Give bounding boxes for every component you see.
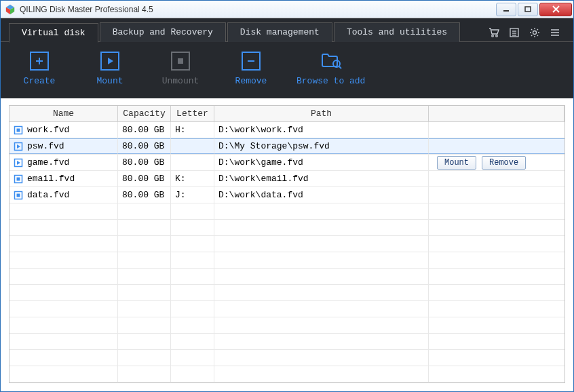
cell-actions <box>429 187 565 203</box>
svg-point-14 <box>533 31 537 34</box>
disk-icon <box>14 191 23 200</box>
cell-actions <box>429 138 565 154</box>
tab-backup-and-recovery[interactable]: Backup and Recovery <box>100 22 226 42</box>
cell-path: D:\work\game.fvd <box>214 155 429 170</box>
menu-icon[interactable] <box>549 26 561 39</box>
empty-row <box>9 285 565 301</box>
empty-row <box>9 203 565 220</box>
col-header-capacity[interactable]: Capacity <box>118 106 171 121</box>
cart-icon[interactable] <box>488 26 500 39</box>
plus-icon <box>30 52 49 71</box>
svg-marker-20 <box>108 58 113 64</box>
grid-body: work.fvd80.00 GBH:D:\work\work.fvdpsw.fv… <box>9 122 565 383</box>
empty-row <box>9 350 565 366</box>
stop-icon <box>171 52 190 71</box>
cell-name: work.fvd <box>9 122 118 138</box>
disk-icon <box>14 174 23 184</box>
empty-row <box>9 366 565 383</box>
tab-virtual-disk[interactable]: Virtual disk <box>9 23 98 43</box>
window-controls <box>496 3 572 16</box>
svg-rect-32 <box>17 177 20 180</box>
svg-line-24 <box>339 66 341 68</box>
cell-actions: Mount Remove <box>429 155 565 170</box>
col-header-letter[interactable]: Letter <box>171 106 214 121</box>
toolbar-label: Remove <box>235 76 267 86</box>
minimize-button[interactable] <box>496 3 516 16</box>
cell-letter: J: <box>171 187 214 203</box>
svg-point-9 <box>496 35 498 37</box>
table-row[interactable]: data.fvd80.00 GBJ:D:\work\data.fvd <box>9 187 565 203</box>
disk-icon <box>14 142 23 151</box>
cell-capacity: 80.00 GB <box>118 155 171 170</box>
col-header-actions <box>429 106 565 121</box>
cell-name: game.fvd <box>9 155 118 170</box>
header-right-icons <box>488 26 565 39</box>
maximize-button[interactable] <box>518 3 538 16</box>
disk-icon <box>14 158 23 168</box>
toolbar-label: Create <box>24 76 56 86</box>
grid-header: Name Capacity Letter Path <box>9 106 565 122</box>
table-row[interactable]: game.fvd80.00 GBD:\work\game.fvdMount Re… <box>9 155 565 171</box>
browse-icon <box>320 52 342 71</box>
app-window: QILING Disk Master Professional 4.5 Virt… <box>0 0 574 392</box>
close-button[interactable] <box>539 3 572 16</box>
empty-row <box>9 252 565 269</box>
empty-row <box>9 317 565 334</box>
disk-icon <box>14 125 23 135</box>
col-header-path[interactable]: Path <box>214 106 429 121</box>
svg-rect-5 <box>525 7 531 12</box>
toolbar-mount[interactable]: Mount <box>85 52 135 86</box>
toolbar-browse-to-add[interactable]: Browse to add <box>296 52 365 86</box>
cell-name: email.fvd <box>9 171 118 187</box>
window-title: QILING Disk Master Professional 4.5 <box>20 5 496 14</box>
play-icon <box>100 52 119 71</box>
toolbar-label: Unmount <box>162 76 199 86</box>
toolbar-remove[interactable]: Remove <box>226 52 276 86</box>
cell-path: D:\work\data.fvd <box>214 187 429 203</box>
toolbar-label: Browse to add <box>296 76 365 86</box>
tab-disk-management[interactable]: Disk management <box>227 22 332 42</box>
cell-actions <box>429 122 565 138</box>
titlebar[interactable]: QILING Disk Master Professional 4.5 <box>1 1 573 18</box>
tabs-row: Virtual diskBackup and RecoveryDisk mana… <box>1 18 573 42</box>
app-icon <box>5 4 16 15</box>
list-icon[interactable] <box>508 26 520 39</box>
table-row[interactable]: psw.fvd80.00 GBD:\My Storage\psw.fvd <box>9 138 565 155</box>
table-row[interactable]: email.fvd80.00 GBK:D:\work\email.fvd <box>9 171 565 187</box>
minus-icon <box>242 52 261 71</box>
tab-tools-and-utilities[interactable]: Tools and utilities <box>334 22 460 42</box>
cell-capacity: 80.00 GB <box>118 187 171 203</box>
empty-row <box>9 236 565 252</box>
svg-rect-26 <box>17 128 20 132</box>
cell-path: D:\My Storage\psw.fvd <box>214 138 429 154</box>
toolbar-create[interactable]: Create <box>14 52 64 86</box>
toolbar-label: Mount <box>96 76 123 86</box>
remove-button[interactable]: Remove <box>482 156 526 170</box>
svg-rect-34 <box>17 193 20 197</box>
svg-marker-28 <box>17 144 20 149</box>
cell-capacity: 80.00 GB <box>118 171 171 187</box>
cell-letter: K: <box>171 171 214 187</box>
cell-name: data.fvd <box>9 187 118 203</box>
mount-button[interactable]: Mount <box>437 156 476 170</box>
disk-grid: Name Capacity Letter Path work.fvd80.00 … <box>9 105 565 383</box>
cell-capacity: 80.00 GB <box>118 138 171 154</box>
cell-letter: H: <box>171 122 214 138</box>
gear-icon[interactable] <box>529 26 541 39</box>
empty-row <box>9 220 565 236</box>
content-area: Name Capacity Letter Path work.fvd80.00 … <box>1 98 573 391</box>
table-row[interactable]: work.fvd80.00 GBH:D:\work\work.fvd <box>9 122 565 138</box>
toolbar: CreateMountUnmountRemoveBrowse to add <box>1 41 573 98</box>
toolbar-unmount[interactable]: Unmount <box>155 52 206 86</box>
cell-name: psw.fvd <box>9 138 118 154</box>
svg-point-8 <box>492 35 494 37</box>
empty-row <box>9 334 565 350</box>
empty-row <box>9 269 565 285</box>
cell-letter <box>171 155 214 170</box>
svg-marker-30 <box>17 161 20 165</box>
empty-row <box>9 301 565 317</box>
cell-path: D:\work\email.fvd <box>214 171 429 187</box>
cell-letter <box>171 138 214 154</box>
header-area: Virtual diskBackup and RecoveryDisk mana… <box>1 18 573 98</box>
col-header-name[interactable]: Name <box>9 106 118 121</box>
